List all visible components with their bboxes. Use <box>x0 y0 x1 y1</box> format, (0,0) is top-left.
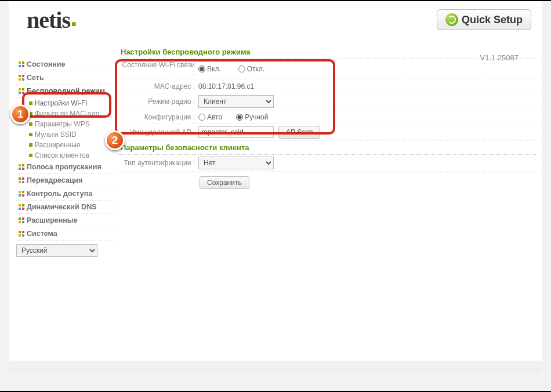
mac-value: 08:10:17:81:96:c1 <box>198 82 254 90</box>
remote-ap-input[interactable] <box>198 126 274 138</box>
remote-ap-label: Имя удаленной AP : <box>118 128 198 136</box>
brand-logo: netis■ <box>27 6 75 34</box>
sidebar-item-system[interactable]: Система <box>16 227 114 241</box>
nav-icon <box>19 191 24 197</box>
sidebar-sub-advanced[interactable]: Расширенные <box>16 140 114 150</box>
bullet-icon <box>29 101 32 105</box>
radio-mode-select[interactable]: Клиент <box>198 95 274 108</box>
nav-icon <box>19 61 24 67</box>
sidebar-sub-clients[interactable]: Список клиентов <box>16 150 114 161</box>
sidebar-sub-wifi-settings[interactable]: Настройки Wi-Fi <box>16 98 114 108</box>
sidebar-sub-mac-filter[interactable]: Фильтр по MAC-адр. <box>16 108 114 119</box>
firmware-version: V1.1.25087 <box>480 53 519 62</box>
main-content: Настройки беспроводного режима Состояние… <box>114 38 542 257</box>
sidebar-item-access[interactable]: Контроль доступа <box>16 187 114 201</box>
bullet-icon <box>29 154 32 157</box>
bullet-icon <box>29 143 32 147</box>
sidebar-sub-multi-ssid[interactable]: Мульти SSID <box>16 129 114 140</box>
config-label: Конфигурация : <box>118 113 198 121</box>
sidebar-item-status[interactable]: Состояние <box>16 58 114 71</box>
nav-icon <box>19 164 24 170</box>
bullet-icon <box>29 122 32 126</box>
footer-bar <box>9 368 542 373</box>
sidebar-item-ddns[interactable]: Динамический DNS <box>16 201 114 214</box>
nav-icon <box>19 177 24 183</box>
wifi-state-on-radio[interactable]: Вкл. <box>198 65 221 73</box>
sidebar-sub-wps[interactable]: Параметры WPS <box>16 119 114 129</box>
config-auto-radio[interactable]: Авто <box>198 113 222 121</box>
sidebar: Состояние Сеть Беспроводной режим Настро… <box>9 38 114 257</box>
section-security-title: Параметры безопасности клиента <box>118 141 537 155</box>
quick-setup-button[interactable]: Quick Setup <box>437 9 531 30</box>
radio-mode-label: Режим радио : <box>118 97 198 106</box>
nav-icon <box>19 217 24 223</box>
nav-icon <box>19 204 24 210</box>
nav-icon <box>19 231 24 237</box>
auth-type-label: Тип аутентификации : <box>118 159 198 167</box>
ap-scan-button[interactable]: AP Scan <box>278 126 320 139</box>
refresh-icon <box>445 13 458 26</box>
sidebar-item-network[interactable]: Сеть <box>16 71 114 85</box>
config-manual-radio[interactable]: Ручной <box>236 113 268 121</box>
wifi-state-off-radio[interactable]: Откл. <box>238 65 265 73</box>
sidebar-item-forwarding[interactable]: Переадресация <box>16 174 114 187</box>
nav-icon <box>19 75 24 81</box>
annotation-badge-2: 2 <box>105 130 125 150</box>
annotation-badge-1: 1 <box>10 104 30 124</box>
bullet-icon <box>29 133 32 136</box>
wifi-state-label: Состояние Wi-Fi связи : <box>118 61 198 77</box>
nav-icon <box>19 88 24 94</box>
language-select[interactable]: Русский <box>16 244 97 257</box>
mac-label: MAC-адрес : <box>118 82 198 90</box>
auth-type-select[interactable]: Нет <box>198 157 274 169</box>
sidebar-item-bandwidth[interactable]: Полоса пропускания <box>16 161 114 174</box>
sidebar-item-wireless[interactable]: Беспроводной режим <box>16 85 114 98</box>
section-wireless-title: Настройки беспроводного режима <box>118 45 537 59</box>
quick-setup-label: Quick Setup <box>462 14 523 26</box>
sidebar-item-advanced[interactable]: Расширенные <box>16 214 114 227</box>
save-button[interactable]: Сохранить <box>200 176 249 189</box>
